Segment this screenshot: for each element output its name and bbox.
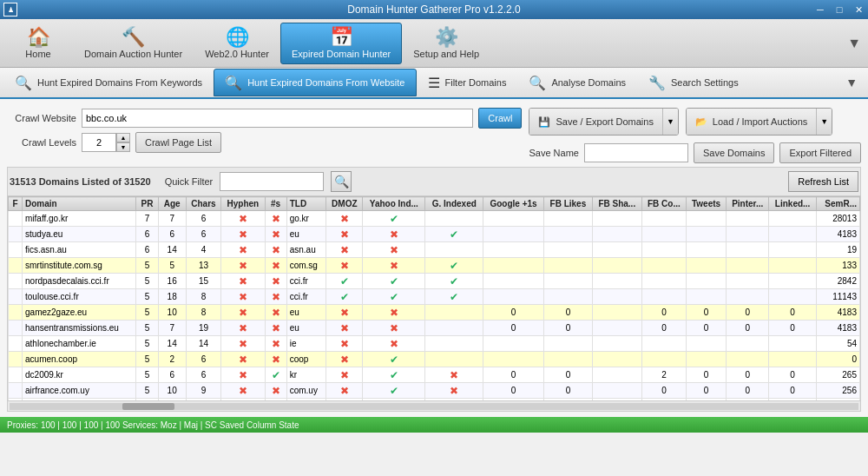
cell-fbsha (592, 305, 641, 321)
cell-pr: 6 (136, 242, 158, 258)
col-header-f[interactable]: F (9, 197, 23, 211)
nav-setup-label: Setup and Help (413, 49, 479, 59)
col-header-fbco[interactable]: FB Co... (641, 197, 686, 211)
nav-more-button[interactable]: ▼ (844, 32, 865, 55)
cell-pinter (727, 242, 769, 258)
subnav-keywords[interactable]: 🔍 Hunt Expired Domains From Keywords (3, 69, 214, 96)
col-header-tld[interactable]: TLD (286, 197, 326, 211)
quick-filter-search-button[interactable]: 🔍 (331, 171, 352, 192)
cell-pr: 5 (136, 383, 158, 399)
col-header-age[interactable]: Age (158, 197, 186, 211)
maximize-button[interactable]: □ (830, 0, 849, 19)
expired-icon: 📅 (330, 28, 353, 47)
nav-web2-label: Web2.0 Hunter (205, 49, 269, 59)
content-area: Crawl Website Crawl Crawl Levels ▲ ▼ Cra… (0, 99, 868, 417)
horizontal-scrollbar[interactable] (8, 400, 860, 411)
col-header-gindexed[interactable]: G. Indexed (425, 197, 483, 211)
cell-fbco (641, 227, 686, 242)
nav-setup[interactable]: ⚙️ Setup and Help (402, 23, 490, 64)
nav-auction[interactable]: 🔨 Domain Auction Hunter (73, 23, 194, 64)
close-button[interactable]: ✕ (849, 0, 868, 19)
table-row: acumen.coop 5 2 6 ✖ ✖ coop ✖ ✔ 0 (9, 352, 860, 367)
subnav-more-button[interactable]: ▼ (838, 72, 865, 93)
spin-up-button[interactable]: ▲ (116, 133, 130, 142)
col-header-tweets[interactable]: Tweets (687, 197, 727, 211)
spin-down-button[interactable]: ▼ (116, 142, 130, 152)
crawl-levels-spinner[interactable]: ▲ ▼ (82, 133, 130, 152)
col-header-chars[interactable]: Chars (186, 197, 220, 211)
cell-tld: ie (286, 336, 326, 352)
cell-tld: coop (286, 352, 326, 367)
cell-fbsha (592, 321, 641, 336)
quick-filter-input[interactable] (220, 172, 324, 191)
website-icon: 🔍 (225, 75, 242, 91)
cell-fbsha (592, 367, 641, 383)
crawl-button[interactable]: Crawl (478, 108, 522, 129)
subnav-filter[interactable]: ☰ Filter Domains (417, 69, 518, 96)
subnav-analyse[interactable]: 🔍 Analyse Domains (517, 69, 637, 96)
load-import-arrow-button[interactable]: ▼ (816, 109, 832, 135)
save-export-button[interactable]: 💾 Save / Export Domains (529, 109, 662, 135)
minimize-button[interactable]: ─ (811, 0, 830, 19)
cell-linked: 0 (769, 383, 816, 399)
cell-hyphen: ✖ (221, 211, 265, 227)
cell-domain: dc2009.kr (23, 367, 136, 383)
col-header-fbsha[interactable]: FB Sha... (592, 197, 641, 211)
cell-domain: gamez2gaze.eu (23, 305, 136, 321)
cell-chars: 8 (186, 305, 220, 321)
subnav-keywords-label: Hunt Expired Domains From Keywords (37, 77, 202, 88)
cell-age: 18 (158, 289, 186, 305)
cell-yahoo: ✖ (363, 305, 425, 321)
cell-semr: 4183 (816, 305, 859, 321)
col-header-hyphen[interactable]: Hyphen (221, 197, 265, 211)
col-header-dmoz[interactable]: DMOZ (326, 197, 363, 211)
cell-dmoz: ✔ (326, 274, 363, 289)
home-icon: 🏠 (27, 28, 50, 47)
cell-gindexed: ✖ (425, 383, 483, 399)
col-header-pinter[interactable]: Pinter... (727, 197, 769, 211)
cell-chars: 8 (186, 289, 220, 305)
col-header-gplus[interactable]: Google +1s (483, 197, 544, 211)
cell-gplus (483, 211, 544, 227)
cell-dmoz: ✖ (326, 383, 363, 399)
cell-domain: athlonechamber.ie (23, 336, 136, 352)
col-header-yahoo[interactable]: Yahoo Ind... (363, 197, 425, 211)
subnav-website[interactable]: 🔍 Hunt Expired Domains From Website (214, 69, 416, 96)
nav-web2[interactable]: 🌐 Web2.0 Hunter (194, 23, 280, 64)
crawl-website-label: Crawl Website (7, 113, 76, 123)
status-bar: Proxies: 100 | 100 | 100 | 100 Services:… (0, 417, 868, 433)
cell-tweets (687, 242, 727, 258)
export-filtered-button[interactable]: Export Filtered (779, 142, 861, 163)
crawl-levels-input[interactable] (82, 133, 116, 152)
crawl-left: Crawl Website Crawl Crawl Levels ▲ ▼ Cra… (7, 108, 522, 156)
cell-fblikes (544, 227, 593, 242)
nav-home[interactable]: 🏠 Home (3, 23, 73, 64)
h-scroll-thumb (122, 403, 174, 410)
crawl-page-list-button[interactable]: Crawl Page List (135, 132, 221, 153)
col-header-linked[interactable]: Linked... (769, 197, 816, 211)
load-import-button[interactable]: 📂 Load / Import Auctions (687, 109, 816, 135)
cell-chars: 19 (186, 321, 220, 336)
cell-domain: hansentransmissions.eu (23, 321, 136, 336)
cell-hash: ✖ (265, 352, 286, 367)
crawl-website-input[interactable] (82, 109, 473, 128)
cell-f (9, 211, 23, 227)
save-name-input[interactable] (584, 143, 688, 162)
save-export-arrow-button[interactable]: ▼ (662, 109, 678, 135)
col-header-hash[interactable]: #s (265, 197, 286, 211)
col-header-pr[interactable]: PR (136, 197, 158, 211)
cell-gplus (483, 352, 544, 367)
table-scroll[interactable]: F Domain PR Age Chars Hyphen #s TLD DMOZ… (8, 196, 860, 400)
nav-expired[interactable]: 📅 Expired Domain Hunter (280, 23, 402, 64)
table-row: smrtinstitute.com.sg 5 5 13 ✖ ✖ com.sg ✖… (9, 258, 860, 274)
save-domains-button[interactable]: Save Domains (694, 142, 775, 163)
refresh-list-button[interactable]: Refresh List (788, 171, 858, 192)
cell-pinter (727, 227, 769, 242)
subnav-settings[interactable]: 🔧 Search Settings (637, 69, 750, 96)
col-header-fblikes[interactable]: FB Likes (544, 197, 593, 211)
col-header-domain[interactable]: Domain (23, 197, 136, 211)
h-scroll-track (10, 403, 858, 410)
cell-fbsha (592, 289, 641, 305)
cell-dmoz: ✖ (326, 227, 363, 242)
col-header-semr[interactable]: SemR... (816, 197, 859, 211)
